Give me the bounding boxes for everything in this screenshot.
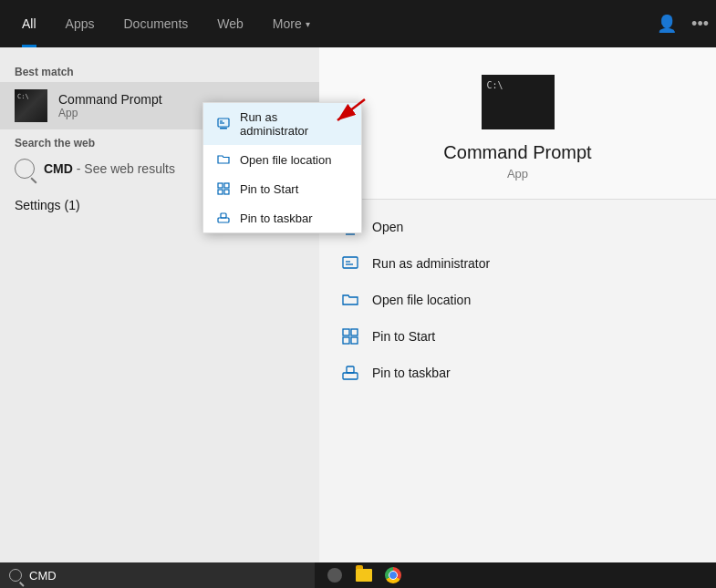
svg-rect-19: [343, 337, 349, 344]
nav-right-icons: 👤 •••: [657, 14, 709, 34]
right-panel: Command Prompt App Open: [319, 47, 716, 562]
taskbar-explorer-btn[interactable]: [351, 562, 377, 588]
red-arrow: [324, 95, 369, 131]
pin-taskbar-right-icon: [341, 364, 359, 382]
account-icon[interactable]: 👤: [657, 14, 677, 34]
pin-start-icon: [216, 181, 231, 196]
tab-web[interactable]: Web: [202, 0, 258, 47]
main-content: Best match Command Prompt App Search the…: [0, 47, 716, 562]
ctx-small-open-location[interactable]: Open file location: [203, 145, 361, 174]
folder-icon: [216, 152, 231, 167]
svg-rect-22: [347, 366, 354, 373]
app-preview-name: Command Prompt: [443, 142, 591, 163]
svg-rect-8: [218, 218, 229, 222]
search-icon: [15, 159, 35, 179]
tab-apps[interactable]: Apps: [51, 0, 109, 47]
right-ctx-run-admin-label: Run as administrator: [372, 256, 490, 271]
pin-taskbar-icon: [216, 211, 231, 225]
taskbar-chrome-btn[interactable]: [380, 562, 406, 588]
search-bar[interactable]: CMD: [0, 562, 315, 588]
right-ctx-open-location[interactable]: Open file location: [319, 282, 716, 318]
right-ctx-open[interactable]: Open: [319, 209, 716, 245]
taskbar-cortana-btn[interactable]: [322, 562, 348, 588]
app-preview-icon: [482, 75, 555, 129]
tab-more[interactable]: More ▾: [258, 0, 325, 47]
svg-rect-9: [221, 213, 226, 218]
svg-rect-17: [343, 329, 349, 335]
ctx-small-pin-taskbar-label: Pin to taskbar: [240, 211, 313, 225]
svg-rect-7: [224, 190, 229, 194]
ctx-small-pin-start-label: Pin to Start: [240, 182, 298, 196]
right-ctx-open-location-label: Open file location: [372, 293, 471, 307]
chevron-down-icon: ▾: [306, 19, 310, 29]
right-ctx-open-label: Open: [372, 220, 403, 234]
svg-rect-5: [224, 183, 229, 188]
pin-start-right-icon: [341, 327, 359, 346]
svg-rect-14: [343, 257, 358, 268]
app-preview-type: App: [507, 167, 528, 181]
svg-rect-1: [220, 128, 227, 129]
tab-all[interactable]: All: [7, 0, 51, 47]
ctx-small-pin-taskbar[interactable]: Pin to taskbar: [203, 203, 361, 232]
taskbar-search-icon: [9, 569, 22, 582]
result-name: Command Prompt: [58, 92, 162, 107]
svg-rect-4: [218, 183, 223, 188]
svg-rect-6: [218, 190, 223, 194]
svg-rect-21: [343, 373, 358, 379]
taskbar-icons: [322, 562, 406, 588]
ctx-small-pin-start[interactable]: Pin to Start: [203, 174, 361, 203]
cortana-icon: [327, 568, 342, 583]
chrome-icon: [385, 567, 401, 583]
more-options-icon[interactable]: •••: [691, 15, 709, 34]
app-icon: [15, 89, 47, 122]
web-search-text: CMD - See web results: [44, 161, 175, 176]
folder-right-icon: [341, 291, 359, 309]
tab-documents[interactable]: Documents: [109, 0, 202, 47]
right-ctx-run-admin[interactable]: Run as administrator: [319, 245, 716, 282]
svg-line-11: [337, 99, 365, 120]
taskbar-search-text: CMD: [29, 569, 57, 583]
right-ctx-pin-taskbar-label: Pin to taskbar: [372, 366, 451, 380]
run-icon: [216, 117, 231, 131]
nav-bar: All Apps Documents Web More ▾ 👤 •••: [0, 0, 716, 47]
run-admin-icon: [341, 254, 359, 273]
settings-label: Settings (1): [15, 198, 80, 212]
best-match-label: Best match: [0, 58, 319, 82]
svg-rect-18: [351, 329, 358, 335]
file-explorer-icon: [356, 569, 372, 582]
right-context-menu: Open Run as administrator: [319, 200, 716, 562]
ctx-small-open-location-label: Open file location: [240, 153, 331, 167]
result-type: App: [58, 107, 162, 119]
right-ctx-pin-taskbar[interactable]: Pin to taskbar: [319, 355, 716, 391]
taskbar: CMD: [0, 562, 716, 588]
right-ctx-pin-start-label: Pin to Start: [372, 329, 435, 344]
svg-rect-20: [351, 337, 358, 344]
right-ctx-pin-start[interactable]: Pin to Start: [319, 318, 716, 355]
app-preview: Command Prompt App: [319, 47, 716, 200]
left-panel: Best match Command Prompt App Search the…: [0, 47, 319, 562]
